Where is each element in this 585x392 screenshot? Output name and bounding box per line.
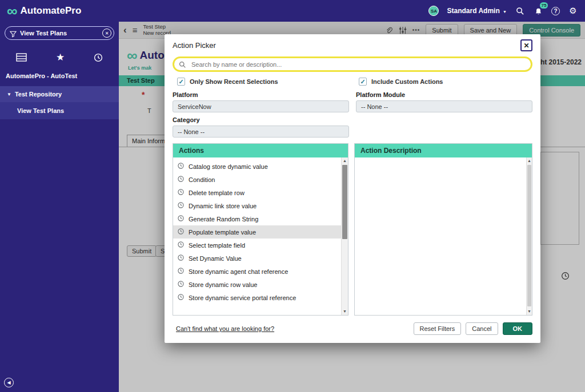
search-icon[interactable] xyxy=(515,6,525,16)
action-label: Store dynamic row value xyxy=(189,281,257,288)
action-picker-dialog: Action Picker ✕ ✓ Only Show Recent Selec… xyxy=(165,34,540,343)
history-clock-icon[interactable] xyxy=(94,53,103,62)
recent-clock-icon xyxy=(178,281,184,288)
help-icon[interactable]: ? xyxy=(551,7,560,15)
description-panel: Action Description ▲ ▼ xyxy=(354,143,532,316)
clear-filter-icon[interactable]: ✕ xyxy=(102,29,111,38)
category-field: Category -- None -- xyxy=(173,116,349,138)
application-label: AutomatePro - AutoTest xyxy=(0,69,119,82)
action-list-item[interactable]: Store dynamic agent chat reference xyxy=(173,265,341,278)
sidebar: ✕ ★ AutomatePro - AutoTest ▼ Test Reposi… xyxy=(0,22,119,392)
scroll-up-icon[interactable]: ▲ xyxy=(527,157,532,164)
star-icon[interactable]: ★ xyxy=(56,51,65,63)
recent-clock-icon xyxy=(178,254,184,262)
gear-icon[interactable]: ⚙ xyxy=(568,6,578,16)
action-list-item[interactable]: Generate Random String xyxy=(173,212,341,225)
action-label: Generate Random String xyxy=(189,216,258,223)
search-icon xyxy=(179,60,186,71)
app-window: ∞ AutomatePro SA Standard Admin ▼ 75 ? ⚙ xyxy=(0,0,585,392)
scroll-down-icon[interactable]: ▼ xyxy=(527,308,532,315)
action-label: Select template field xyxy=(189,242,245,249)
reset-filters-button[interactable]: Reset Filters xyxy=(414,322,462,335)
filter-funnel-icon xyxy=(10,30,17,40)
recent-clock-icon xyxy=(178,176,184,183)
ok-button[interactable]: OK xyxy=(503,322,533,335)
action-list-item[interactable]: Set Dynamic Value xyxy=(173,252,341,265)
action-label: Condition xyxy=(189,176,215,183)
platform-field: Platform ServiceNow xyxy=(173,91,349,112)
cant-find-link[interactable]: Can't find what you are looking for? xyxy=(176,325,274,332)
action-list-item[interactable]: Store dynamic row value xyxy=(173,278,341,291)
action-list-item[interactable]: Condition xyxy=(173,173,341,186)
recent-selections-label: Only Show Recent Selections xyxy=(190,78,278,85)
custom-actions-checkbox[interactable]: ✓ Include Custom Actions xyxy=(359,78,443,86)
action-label: Store dynamic service portal reference xyxy=(189,294,296,301)
nav-parent-label: Test Repository xyxy=(15,91,62,98)
chevron-down-icon: ▼ xyxy=(503,10,507,14)
action-label: Populate template value xyxy=(189,229,256,236)
actions-panel: Actions Catalog store dynamic value Cond… xyxy=(173,143,348,316)
action-list-item-selected[interactable]: Populate template value xyxy=(173,225,341,239)
action-search-input[interactable] xyxy=(173,56,532,72)
platform-label: Platform xyxy=(173,91,349,98)
action-list-item[interactable]: Catalog store dynamic value xyxy=(173,160,341,173)
action-label: Dynamic link store value xyxy=(189,203,257,209)
notifications-bell-icon[interactable]: 75 xyxy=(533,6,543,16)
actions-scrollbar[interactable]: ▲ ▼ xyxy=(341,157,348,315)
dialog-title: Action Picker xyxy=(173,41,216,50)
sidebar-item-test-repository[interactable]: ▼ Test Repository xyxy=(0,86,119,102)
recent-selections-checkbox[interactable]: ✓ Only Show Recent Selections xyxy=(177,78,359,86)
category-label: Category xyxy=(173,116,349,123)
action-label: Catalog store dynamic value xyxy=(189,163,268,170)
recent-clock-icon xyxy=(178,215,184,223)
description-scrollbar[interactable]: ▲ ▼ xyxy=(526,157,532,315)
platform-module-label: Platform Module xyxy=(356,91,532,98)
user-menu[interactable]: Standard Admin ▼ xyxy=(447,7,507,15)
chevron-down-icon: ▼ xyxy=(7,92,11,97)
grid-icon[interactable] xyxy=(16,53,27,62)
scrollbar-thumb[interactable] xyxy=(527,165,531,306)
notification-count-badge: 75 xyxy=(540,2,548,9)
recent-clock-icon xyxy=(178,268,184,275)
recent-clock-icon xyxy=(178,163,184,170)
description-panel-header: Action Description xyxy=(355,144,532,157)
top-header: ∞ AutomatePro SA Standard Admin ▼ 75 ? ⚙ xyxy=(0,0,585,22)
scrollbar-thumb[interactable] xyxy=(342,165,347,239)
action-description-body xyxy=(355,157,526,315)
sidebar-filter-input[interactable] xyxy=(5,26,114,40)
action-list-item[interactable]: Select template field xyxy=(173,239,341,252)
recent-clock-icon xyxy=(178,228,184,236)
sidebar-item-view-test-plans[interactable]: View Test Plans xyxy=(0,102,119,119)
app-logo: ∞ AutomatePro xyxy=(7,5,81,17)
sidebar-collapse-icon[interactable]: ◀ xyxy=(4,378,14,387)
recent-clock-icon xyxy=(178,241,184,249)
cancel-button[interactable]: Cancel xyxy=(466,322,498,335)
action-list-item[interactable]: Dynamic link store value xyxy=(173,199,341,212)
custom-actions-label: Include Custom Actions xyxy=(371,78,443,85)
actions-panel-header: Actions xyxy=(173,144,348,157)
scroll-down-icon[interactable]: ▼ xyxy=(342,308,348,315)
app-logo-text: AutomatePro xyxy=(21,5,82,17)
platform-select[interactable]: ServiceNow xyxy=(173,100,349,112)
actions-list: Catalog store dynamic value Condition De… xyxy=(173,157,341,315)
category-select[interactable]: -- None -- xyxy=(173,126,349,138)
action-label: Store dynamic agent chat reference xyxy=(189,268,288,275)
recent-clock-icon xyxy=(178,189,184,196)
checkbox-check-icon: ✓ xyxy=(359,78,367,86)
action-list-item[interactable]: Store dynamic service portal reference xyxy=(173,291,341,304)
action-label: Delete template row xyxy=(189,189,245,196)
action-label: Set Dynamic Value xyxy=(189,255,242,262)
recent-clock-icon xyxy=(178,202,184,209)
user-name-label: Standard Admin xyxy=(447,7,499,15)
checkbox-check-icon: ✓ xyxy=(177,78,185,86)
platform-module-field: Platform Module -- None -- xyxy=(356,91,532,112)
platform-module-select[interactable]: -- None -- xyxy=(356,100,532,112)
infinity-logo-icon: ∞ xyxy=(7,5,18,17)
close-icon[interactable]: ✕ xyxy=(520,39,532,51)
avatar[interactable]: SA xyxy=(428,6,439,16)
action-list-item[interactable]: Delete template row xyxy=(173,186,341,199)
recent-clock-icon xyxy=(178,294,184,301)
scroll-up-icon[interactable]: ▲ xyxy=(342,157,348,164)
